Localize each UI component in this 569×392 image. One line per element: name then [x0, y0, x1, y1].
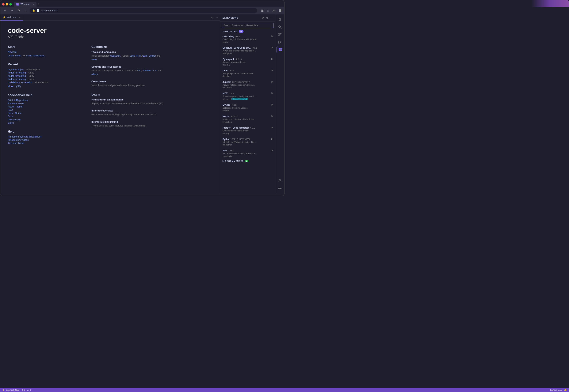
ext-gear-prettier[interactable]: ⚙ — [271, 126, 273, 129]
welcome-subtitle: VS Code — [8, 35, 164, 40]
javascript-link[interactable]: JavaScript — [109, 55, 120, 57]
refresh-extensions-button[interactable]: ↺ — [266, 16, 269, 20]
ext-gear-mysql[interactable]: ⚙ — [271, 103, 273, 106]
ext-gear-jupyter[interactable]: ⚙ — [271, 81, 273, 83]
ext-gear-catcoding[interactable]: ⚙ — [271, 35, 273, 38]
azure-link[interactable]: Azure — [141, 55, 147, 57]
faq-link[interactable]: FAQ — [8, 109, 80, 111]
activity-search[interactable] — [277, 24, 283, 30]
help-section: Help Printable keyboard cheatsheet Intro… — [8, 130, 80, 144]
activity-account[interactable] — [277, 177, 283, 184]
ext-gear-deno[interactable]: ⚙ — [271, 69, 273, 72]
intro-videos-link[interactable]: Introductory videos — [8, 139, 80, 141]
ext-gear-python[interactable]: ⚙ — [271, 138, 273, 140]
welcome-content: code-server VS Code Start New file — [0, 21, 171, 156]
open-folder-link[interactable]: Open folder... — [8, 54, 23, 57]
forward-button[interactable]: → — [9, 8, 15, 13]
bookmark-button[interactable]: ☆ — [266, 8, 270, 13]
traffic-light-green[interactable] — [9, 3, 12, 5]
discussions-link[interactable]: Discussions — [8, 118, 80, 121]
welcome-tab[interactable]: ⚡ Welcome × — [0, 14, 23, 21]
ext-desc-deno: A language server client for Deno. — [222, 72, 273, 75]
release-notes-link[interactable]: Release Notes — [8, 102, 80, 105]
more-button[interactable]: ≫ — [272, 8, 276, 13]
keyboard-cheatsheet-link[interactable]: Printable keyboard cheatsheet — [8, 135, 80, 138]
vim-link[interactable]: Vim — [137, 69, 141, 72]
tips-tricks-link[interactable]: Tips and Tricks — [8, 142, 80, 144]
ext-name-codelab: CodeLab - A VSCode ext... — [222, 46, 251, 49]
ext-item-python[interactable]: Python 2021.8.1159798656 ⚙ IntelliSense … — [220, 136, 275, 148]
welcome-tab-close[interactable]: × — [19, 16, 20, 18]
address-bar[interactable]: 🔒 📄 localhost:8080 — [30, 8, 257, 13]
commands-title: Find and run all commands — [91, 98, 164, 101]
recent-name-5[interactable]: codelab-vsc-extension — [8, 81, 32, 84]
recent-name-3[interactable]: folder-for-testing — [8, 74, 26, 77]
ext-item-codelab[interactable]: CodeLab - A VSCode ext... 0.0.1 ⚙ A VSCo… — [220, 45, 275, 56]
ext-item-catcoding[interactable]: cat-coding 0.0.1 ⚙ Cat Coding - A Webvie… — [220, 33, 275, 45]
recent-item-3: folder-for-testing ~/dev — [8, 74, 80, 77]
github-repo-link[interactable]: GitHub Repository — [8, 99, 80, 102]
menu-button[interactable]: ☰ — [278, 8, 282, 13]
activity-source-control[interactable] — [277, 31, 283, 38]
others-link[interactable]: others — [91, 73, 98, 76]
more-recent-link[interactable]: More... (^R) — [8, 85, 21, 88]
sublime-link[interactable]: Sublime — [142, 69, 150, 72]
new-tab-button[interactable]: + — [36, 2, 41, 6]
ext-gear-mdx[interactable]: ⚙ — [271, 92, 273, 95]
recommended-section-header[interactable]: ▶ RECOMMENDED 0 — [220, 159, 275, 163]
ext-gear-vim[interactable]: ⚙ — [271, 149, 273, 152]
learn-heading: Learn — [91, 93, 164, 96]
refresh-button[interactable]: ↻ — [16, 8, 21, 13]
ext-item-cyberpunk[interactable]: Cyberpunk 1.2.14 ⚙ A crazy cyberpunk the… — [220, 56, 275, 68]
installed-section-header[interactable]: ▾ INSTALLED 12 — [220, 29, 275, 33]
setup-guide-link[interactable]: Setup Guide — [8, 112, 80, 114]
settings-title: Settings and keybindings — [91, 65, 164, 68]
ext-name-mdx: MDX — [222, 92, 228, 95]
activity-run[interactable] — [277, 39, 283, 46]
recent-item-5: codelab-vsc-extension ~/dev/repros — [8, 81, 80, 84]
tab-close-button[interactable]: × — [33, 3, 34, 5]
filter-button[interactable]: ⚗ — [261, 16, 264, 20]
ext-item-prettier[interactable]: Prettier - Code formatter 6.3.2 ⚙ Code f… — [220, 125, 275, 136]
recent-name-2[interactable]: folder-for-testing — [8, 71, 26, 74]
reload-badge-mdx[interactable]: Reload Required — [231, 98, 248, 100]
clone-repo-link[interactable]: clone repository... — [26, 54, 46, 57]
ext-gear-noctis[interactable]: ⚙ — [271, 115, 273, 118]
slack-link[interactable]: Slack — [8, 121, 80, 124]
activity-extensions[interactable] — [277, 46, 283, 53]
issue-tracker-link[interactable]: Issue Tracker — [8, 105, 80, 108]
browser-tab-welcome[interactable]: ⚡ Welcome × — [14, 2, 36, 7]
ext-item-noctis[interactable]: Noctis 10.40.0 ⚙ Noctis is a collection … — [220, 113, 275, 125]
svg-point-4 — [279, 26, 280, 28]
ext-gear-cyberpunk[interactable]: ⚙ — [271, 58, 273, 60]
activity-settings[interactable] — [277, 185, 283, 192]
traffic-light-red[interactable] — [2, 3, 5, 5]
grid-view-button[interactable]: ⊞ — [260, 8, 264, 13]
docker-link[interactable]: Docker — [149, 55, 156, 57]
activity-explorer[interactable] — [277, 16, 283, 23]
ext-item-mdx[interactable]: MDX 0.1.0 ⚙ Provides syntax highlighting… — [220, 90, 275, 102]
ext-name-noctis: Noctis — [222, 115, 230, 118]
ext-item-jupyter[interactable]: Jupyter 2021.6.832593372 ⚙ Jupyter noteb… — [220, 79, 275, 90]
back-button[interactable]: ← — [2, 8, 8, 13]
extension-search-input[interactable] — [222, 23, 274, 28]
ext-item-mysql[interactable]: MySQL 3.9.3 ⚙ Database Client for vscode… — [220, 102, 275, 113]
java-link[interactable]: Java — [130, 55, 134, 57]
sidebar-header: EXTENSIONS ⚗ ↺ ··· — [220, 14, 275, 21]
more-actions-button[interactable]: ··· — [215, 15, 219, 20]
docs-link[interactable]: Docs — [8, 115, 80, 118]
atom-link[interactable]: Atom — [152, 69, 157, 72]
php-link[interactable]: PHP — [136, 55, 140, 57]
new-file-link[interactable]: New file — [8, 51, 16, 53]
ext-item-vim[interactable]: Vim 1.18.9 ⚙ Vim emulation for Visual St… — [220, 148, 275, 159]
start-section: Start New file Open folder... or clone r… — [8, 45, 80, 57]
traffic-light-yellow[interactable] — [6, 3, 8, 5]
recent-name-1[interactable]: my-vue-project — [8, 68, 24, 71]
more-tools-link[interactable]: more — [91, 58, 97, 61]
recent-name-4[interactable]: folder-for-testing — [8, 78, 26, 81]
split-editor-button[interactable]: ⧉ — [211, 15, 214, 20]
ext-gear-codelab[interactable]: ⚙ — [271, 46, 273, 49]
more-ext-actions-button[interactable]: ··· — [270, 16, 273, 20]
ext-item-deno[interactable]: Deno 3.8.0 ⚙ A language server client fo… — [220, 68, 275, 79]
home-button[interactable]: ⌂ — [23, 8, 28, 13]
